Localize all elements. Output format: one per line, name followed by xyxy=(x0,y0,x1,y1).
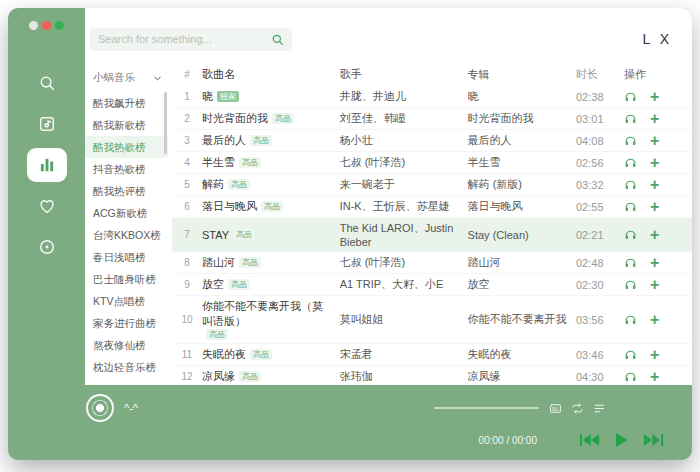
row-number: 5 xyxy=(172,179,202,190)
chart-list-item[interactable]: KTV点唱榜 xyxy=(85,290,168,312)
row-actions: + xyxy=(624,278,688,292)
song-table-body: 1晓独家井胧、井迪儿晓02:38+2时光背面的我高品刘至佳、韩瞳时光背面的我03… xyxy=(172,86,692,385)
nav-settings[interactable] xyxy=(27,230,67,264)
chart-list-item[interactable]: 酷我新歌榜 xyxy=(85,114,168,136)
chart-list-item[interactable]: 酷我飙升榜 xyxy=(85,92,168,114)
chart-list-item[interactable]: 春日浅唱榜 xyxy=(85,246,168,268)
chart-list-item[interactable]: ACG新歌榜 xyxy=(85,202,168,224)
chart-list-item[interactable]: 酷我热评榜 xyxy=(85,180,168,202)
artist-name: 宋孟君 xyxy=(340,347,468,362)
close-button[interactable] xyxy=(42,21,51,30)
scrollbar-thumb[interactable] xyxy=(164,92,167,154)
add-plus-icon[interactable]: + xyxy=(650,134,659,148)
headphone-icon[interactable] xyxy=(624,134,637,147)
add-plus-icon[interactable]: + xyxy=(650,156,659,170)
headphone-icon[interactable] xyxy=(624,313,637,326)
row-actions: + xyxy=(624,112,688,126)
headphone-icon[interactable] xyxy=(624,228,637,241)
search-bar[interactable] xyxy=(90,28,292,51)
add-plus-icon[interactable]: + xyxy=(650,313,659,327)
chart-list-item[interactable]: 家务进行曲榜 xyxy=(85,312,168,334)
headphone-icon[interactable] xyxy=(624,156,637,169)
add-plus-icon[interactable]: + xyxy=(650,178,659,192)
table-row[interactable]: 5解药高品来一碗老于解药 (新版)03:32+ xyxy=(172,174,692,196)
headphone-icon[interactable] xyxy=(624,256,637,269)
headphone-icon[interactable] xyxy=(624,90,637,103)
chart-list-item[interactable]: 抖音热歌榜 xyxy=(85,158,168,180)
fullscreen-button[interactable] xyxy=(55,21,64,30)
row-actions: + xyxy=(624,90,688,104)
duration: 04:30 xyxy=(576,371,624,383)
quality-badge: 高品 xyxy=(261,201,283,212)
chart-list-item[interactable]: 枕边轻音乐榜 xyxy=(85,356,168,378)
headphone-icon[interactable] xyxy=(624,178,637,191)
table-row[interactable]: 9放空高品A1 TRIP、大籽、小E放空02:30+ xyxy=(172,274,692,296)
table-row[interactable]: 4半生雪高品七叔 (叶泽浩)半生雪02:56+ xyxy=(172,152,692,174)
song-name: 放空高品 xyxy=(202,277,340,292)
next-button[interactable] xyxy=(643,433,664,447)
chart-list-item[interactable]: 台湾KKBOX榜 xyxy=(85,224,168,246)
add-plus-icon[interactable]: + xyxy=(650,348,659,362)
play-button[interactable] xyxy=(614,431,629,449)
quality-badge: 高品 xyxy=(239,157,261,168)
transport-controls xyxy=(579,431,664,449)
table-row[interactable]: 10你能不能不要离开我（莫叫语版）高品莫叫姐姐你能不能不要离开我03:56+ xyxy=(172,296,692,344)
artist-name: The Kid LAROI、Justin Bieber xyxy=(340,221,468,248)
table-row[interactable]: 11失眠的夜高品宋孟君失眠的夜03:46+ xyxy=(172,344,692,366)
album-name: 半生雪 xyxy=(468,155,576,170)
table-row[interactable]: 3最后的人高品杨小壮最后的人04:08+ xyxy=(172,130,692,152)
time-display: 00:00 / 00:00 xyxy=(479,435,537,446)
chart-list: 酷我飙升榜酷我新歌榜酷我热歌榜抖音热歌榜酷我热评榜ACG新歌榜台湾KKBOX榜春… xyxy=(85,90,168,378)
nav-charts[interactable] xyxy=(27,148,67,182)
chevron-down-icon xyxy=(153,74,162,83)
row-actions: + xyxy=(624,134,688,148)
row-number: 7 xyxy=(172,229,202,240)
chart-list-item[interactable]: 酷我热歌榜 xyxy=(85,136,168,158)
table-row[interactable]: 1晓独家井胧、井迪儿晓02:38+ xyxy=(172,86,692,108)
search-icon[interactable] xyxy=(271,33,284,46)
player-bottom-row: 00:00 / 00:00 xyxy=(86,431,664,449)
album-name: 解药 (新版) xyxy=(468,177,576,192)
quality-badge: 高品 xyxy=(250,135,272,146)
add-plus-icon[interactable]: + xyxy=(650,200,659,214)
minimize-button[interactable] xyxy=(29,21,38,30)
headphone-icon[interactable] xyxy=(624,112,637,125)
headphone-icon[interactable] xyxy=(624,370,637,383)
table-row[interactable]: 12凉凤缘高品张玮伽凉凤缘04:30+ xyxy=(172,366,692,385)
headphone-icon[interactable] xyxy=(624,278,637,291)
chart-list-item[interactable]: 熬夜修仙榜 xyxy=(85,334,168,356)
play-mode-icon[interactable] xyxy=(571,402,584,415)
artist-name: 井胧、井迪儿 xyxy=(340,89,468,104)
source-select[interactable]: 小蜗音乐 xyxy=(85,66,168,90)
table-row[interactable]: 8踏山河高品七叔 (叶泽浩)踏山河02:48+ xyxy=(172,252,692,274)
source-label: 小蜗音乐 xyxy=(93,71,135,85)
search-input[interactable] xyxy=(98,33,271,45)
duration: 02:21 xyxy=(576,229,624,241)
chart-list-item[interactable]: 巴士随身听榜 xyxy=(85,268,168,290)
row-number: 10 xyxy=(172,314,202,325)
headphone-icon[interactable] xyxy=(624,348,637,361)
quality-badge: 高品 xyxy=(239,371,261,382)
add-plus-icon[interactable]: + xyxy=(650,228,659,242)
previous-button[interactable] xyxy=(579,433,600,447)
headphone-icon[interactable] xyxy=(624,200,637,213)
add-plus-icon[interactable]: + xyxy=(650,256,659,270)
add-plus-icon[interactable]: + xyxy=(650,90,659,104)
add-plus-icon[interactable]: + xyxy=(650,370,659,384)
playlist-icon[interactable] xyxy=(593,402,606,415)
nav-search[interactable] xyxy=(27,66,67,100)
table-row[interactable]: 2时光背面的我高品刘至佳、韩瞳时光背面的我03:01+ xyxy=(172,108,692,130)
quality-badge: 高品 xyxy=(206,329,228,340)
add-plus-icon[interactable]: + xyxy=(650,112,659,126)
nav-favorites[interactable] xyxy=(27,189,67,223)
progress-slider[interactable] xyxy=(434,407,539,409)
artist-name: 莫叫姐姐 xyxy=(340,312,468,327)
add-plus-icon[interactable]: + xyxy=(650,278,659,292)
player-top-row: ^-^ xyxy=(86,392,664,424)
table-row[interactable]: 6落日与晚风高品IN-K、王忻辰、苏星婕落日与晚风02:55+ xyxy=(172,196,692,218)
desktop-lyrics-icon[interactable] xyxy=(549,402,562,415)
nav-songlist[interactable] xyxy=(27,107,67,141)
header-actions: 操作 xyxy=(624,67,688,82)
table-row[interactable]: 7STAY高品The Kid LAROI、Justin BieberStay (… xyxy=(172,218,692,252)
quality-badge: 独家 xyxy=(217,91,239,102)
